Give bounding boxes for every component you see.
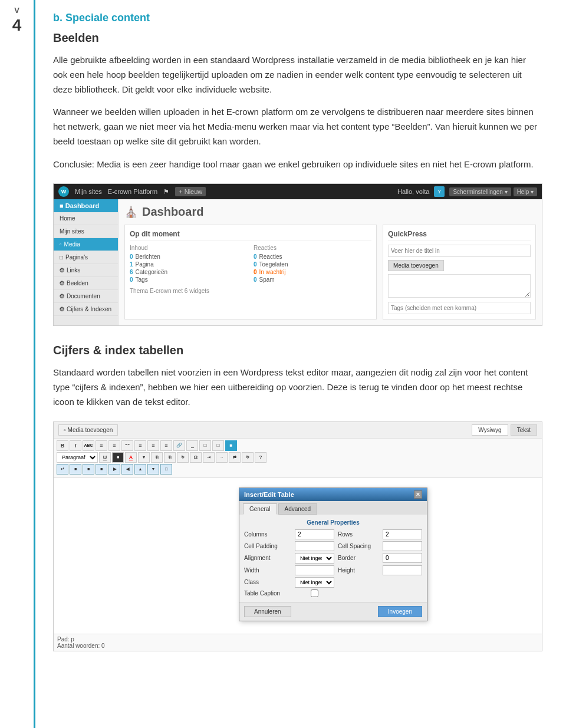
select-class[interactable]: Niet ingesteld — [295, 577, 334, 588]
wp-sidebar-beelden[interactable]: ❂ Beelden — [54, 277, 118, 290]
dialog-tab-advanced[interactable]: Advanced — [278, 503, 317, 515]
toolbar3-btn6[interactable]: ◀ — [121, 464, 133, 475]
dialog-tab-general[interactable]: General — [243, 503, 277, 515]
align-left-btn[interactable]: ≡ — [134, 440, 146, 451]
editor-tab-tekst[interactable]: Tekst — [511, 424, 537, 436]
unlink-btn[interactable]: ⎯ — [186, 440, 198, 451]
wp-media-icon: ▫ — [60, 241, 62, 248]
label-alignment: Alignment — [244, 555, 291, 561]
wp-sidebar-cijfers[interactable]: ❂ Cijfers & Indexen — [54, 303, 118, 316]
toolbar3-btn7[interactable]: ▲ — [134, 464, 146, 475]
link-btn[interactable]: 🔗 — [173, 440, 185, 451]
font-color-btn[interactable]: A — [125, 452, 137, 463]
wp-berichten-label: Berichten — [136, 253, 160, 260]
ol-btn[interactable]: ≡ — [108, 440, 120, 451]
insert-btn[interactable]: Invoegen — [378, 606, 422, 617]
wp-categorieen-count: 6 — [130, 269, 133, 275]
select-alignment[interactable]: Niet ingesteld — [295, 553, 334, 564]
toolbar3-btn4[interactable]: ■ — [96, 464, 107, 475]
wp-media-toevoegen-btn[interactable]: Media toevoegen — [388, 260, 444, 271]
undo-btn[interactable]: ↻ — [242, 452, 254, 463]
wp-reacties-count: 0 — [254, 253, 257, 260]
wp-hallo-user: Hallo, volta — [397, 188, 429, 195]
label-columns: Columns — [244, 531, 291, 538]
strikethrough-btn[interactable]: ABC — [83, 440, 94, 451]
wp-quickpress-textarea[interactable] — [388, 274, 531, 298]
label-cell-padding: Cell Padding — [244, 543, 291, 549]
paste-btn[interactable]: ⎗ — [151, 452, 163, 463]
toolbar3-btn2[interactable]: ■ — [70, 464, 81, 475]
bold-btn[interactable]: B — [57, 440, 68, 451]
wp-spam-count: 0 — [254, 276, 257, 283]
label-cell-spacing: Cell Spacing — [338, 543, 379, 549]
editor-tab-wysiwyg[interactable]: Wysiwyg — [472, 424, 508, 436]
wp-sidebar-paginas[interactable]: □ Pagina's — [54, 251, 118, 264]
wp-sidebar-media[interactable]: ▫ Media — [54, 238, 118, 251]
input-border[interactable] — [383, 553, 422, 563]
toolbar3-btn1[interactable]: ↵ — [57, 464, 68, 475]
dialog-close-btn[interactable]: ✕ — [414, 490, 422, 499]
wp-sidebar-links[interactable]: ❂ Links — [54, 264, 118, 277]
align-center-btn[interactable]: ≡ — [147, 440, 159, 451]
wp-sidebar-documenten[interactable]: ❂ Documenten — [54, 290, 118, 303]
wp-sidebar-home[interactable]: Home — [54, 212, 118, 225]
wp-quickpress-title-input[interactable] — [388, 245, 531, 257]
dialog-section-title: General Properties — [244, 519, 422, 526]
dialog-tabs: General Advanced — [239, 501, 427, 515]
color-box-btn[interactable]: ■ — [112, 452, 124, 463]
input-cell-spacing[interactable] — [383, 541, 422, 551]
input-width[interactable] — [295, 565, 334, 575]
paste-text-btn[interactable]: ⎗ — [164, 452, 176, 463]
omega-btn[interactable]: Ω — [190, 452, 202, 463]
wp-beelden-icon: ❂ — [60, 280, 64, 286]
font-color-arrow[interactable]: ▼ — [138, 452, 150, 463]
wp-topbar-right: Hallo, volta Y Scherminstellingen ▾ Help… — [397, 186, 537, 197]
wp-reacties-row-1: 0 Reacties — [254, 253, 371, 260]
cancel-btn[interactable]: Annuleren — [244, 606, 291, 617]
editor-content-area[interactable]: Insert/Edit Table ✕ General Advanced Gen… — [54, 478, 542, 634]
wp-nieuw-btn[interactable]: + Nieuw — [175, 187, 206, 196]
wp-scherm-btn[interactable]: Scherminstellingen ▾ — [449, 187, 511, 196]
editor-media-btn[interactable]: ▫ Media toevoegen — [58, 424, 118, 436]
italic-btn[interactable]: I — [70, 440, 81, 451]
input-columns[interactable] — [295, 529, 334, 539]
label-rows: Rows — [338, 531, 379, 538]
wp-dashboard-screenshot: W Mijn sites E-crown Platform ⚑ + Nieuw … — [53, 183, 542, 326]
wp-inhoud-row-3: 6 Categorieën — [130, 269, 248, 275]
underline-btn[interactable]: U — [99, 452, 111, 463]
toolbar3-btn5[interactable]: ▶ — [108, 464, 120, 475]
input-height[interactable] — [383, 565, 422, 575]
checkbox-table-caption[interactable] — [295, 589, 334, 597]
toolbar3-btn9[interactable]: □ — [160, 464, 172, 475]
editor-body: Insert/Edit Table ✕ General Advanced Gen… — [54, 478, 542, 634]
label-width: Width — [244, 567, 291, 574]
wp-quickpress-title: QuickPress — [388, 230, 531, 241]
toolbar3-btn8[interactable]: ▼ — [147, 464, 159, 475]
align-right-btn[interactable]: ≡ — [160, 440, 172, 451]
table-btn[interactable]: ■ — [225, 440, 237, 451]
wp-inhoud-row-2: 1 Pagina — [130, 261, 248, 268]
editor-toolbar-row-2: Paragraaf U ■ A ▼ ⎗ ⎗ ↻ Ω ⇥ → ⇄ ↻ ? — [57, 452, 539, 463]
help-circle-btn[interactable]: ? — [255, 452, 266, 463]
wp-mijn-sites: Mijn sites — [75, 188, 102, 195]
blockquote-btn[interactable]: “” — [121, 440, 133, 451]
toolbar3-btn3[interactable]: ■ — [83, 464, 94, 475]
wp-quickpress-tags-input[interactable] — [388, 302, 531, 314]
paragraph-select[interactable]: Paragraaf — [57, 452, 98, 463]
wp-sidebar-mijn-sites[interactable]: Mijn sites — [54, 225, 118, 238]
undo-arrows-btn[interactable]: ⇄ — [229, 452, 241, 463]
clear-btn[interactable]: ↻ — [177, 452, 189, 463]
input-cell-padding[interactable] — [295, 541, 334, 551]
ul-btn[interactable]: ≡ — [96, 440, 107, 451]
indent-btn[interactable]: ⇥ — [203, 452, 215, 463]
insert-img-btn[interactable]: □ — [199, 440, 211, 451]
wp-help-btn[interactable]: Help ▾ — [514, 187, 537, 196]
wp-inhoud-row-4: 0 Tags — [130, 276, 248, 283]
outdent-btn[interactable]: → — [216, 452, 228, 463]
input-rows[interactable] — [383, 529, 422, 539]
wp-sidebar-dashboard[interactable]: ■ Dashboard — [54, 199, 118, 212]
section-b-title: b. Speciale content — [53, 12, 542, 24]
wp-quickpress-widget: QuickPress Media toevoegen — [383, 225, 536, 319]
img-btn2[interactable]: □ — [212, 440, 224, 451]
wp-cijfers-icon: ❂ — [60, 306, 64, 312]
